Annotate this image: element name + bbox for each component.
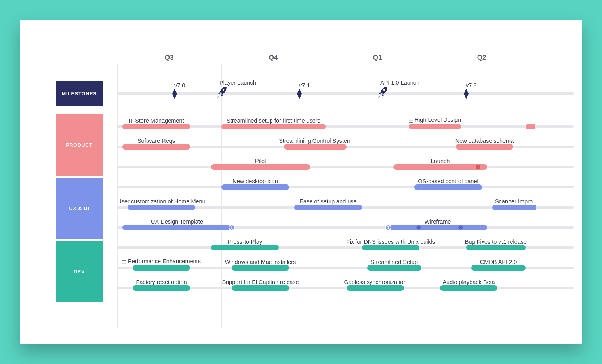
svg-point-0	[223, 89, 225, 91]
roadmap-bar[interactable]: Gapless synchronization	[347, 285, 404, 291]
roadmap-bar[interactable]: Streamlined setup for first-time users	[221, 124, 326, 129]
milestone-rocket-icon[interactable]: Player Launch	[216, 86, 227, 99]
roadmap-bar[interactable]: OS-based control panel	[414, 184, 482, 190]
roadmap-bar[interactable]: Streamlined Setup	[367, 265, 421, 271]
roadmap-bar[interactable]: Windows and Mac installers	[232, 265, 289, 271]
lane-label-dev: DEV	[56, 241, 103, 302]
milestone-diamond-icon[interactable]: v7.3	[463, 89, 470, 99]
roadmap-bar[interactable]: User customization of Home Menu	[128, 205, 195, 210]
timeline-rail: User customization of Home Menu Ease of …	[117, 206, 574, 209]
roadmap-bar[interactable]: Audio playback Beta	[440, 285, 497, 291]
bar-marker-diamond	[416, 225, 421, 230]
quarter-header: Q3	[165, 54, 174, 62]
timeline-rail: Pilot Launch	[117, 166, 574, 168]
milestone-label: v7.1	[299, 82, 310, 89]
quarter-header: Q1	[373, 54, 382, 62]
lane-label-uxui: UX & UI	[56, 178, 103, 239]
quarter-header: Q4	[269, 54, 278, 62]
roadmap-bar[interactable]: Streamlining Control System	[284, 144, 347, 150]
roadmap-bar[interactable]: UX Design Template 1	[122, 225, 232, 230]
timeline-rail: New desktop icon OS-based control panel	[117, 186, 574, 188]
timeline-rail: ☱Performance Enhancements Windows and Ma…	[117, 267, 574, 269]
bar-badge: 1	[385, 224, 391, 231]
lane-label-product: PRODUCT	[56, 114, 103, 176]
roadmap-bar[interactable]: CMDB API 2.0	[471, 265, 526, 271]
roadmap-bar[interactable]: Fix for DNS issues with Unix builds	[362, 245, 419, 250]
bar-marker-diamond	[458, 225, 463, 230]
tag-icon: ☱	[409, 118, 413, 124]
roadmap-bar[interactable]: Launch	[393, 164, 487, 170]
roadmap-bar[interactable]: IT Store Management	[122, 124, 190, 129]
roadmap-bar[interactable]: New database schema	[456, 144, 513, 150]
milestone-diamond-icon[interactable]: v7.0	[171, 89, 178, 99]
lane-label-milestones: MILESTONES	[56, 81, 103, 106]
roadmap-bar[interactable]	[526, 124, 535, 129]
quarter-header: Q2	[477, 54, 486, 62]
milestone-label: API 1.0 Launch	[380, 80, 419, 86]
milestone-label: v7.3	[466, 82, 476, 89]
roadmap-card: Q3 Q4 Q1 Q2 MILESTONES v7.0 Player Launc…	[20, 20, 582, 344]
milestone-diamond-icon[interactable]: v7.1	[296, 89, 303, 99]
milestone-rail: v7.0 Player Launch v7.1 API 1.0 Launch v…	[117, 92, 574, 95]
milestone-label: Player Launch	[219, 80, 256, 86]
timeline-rail: Factory reset option Support for El Capi…	[117, 287, 574, 289]
tag-icon: ☱	[122, 260, 126, 265]
roadmap-bar[interactable]: ☱Performance Enhancements	[133, 265, 190, 271]
bar-marker-square	[476, 165, 480, 169]
roadmap-bar[interactable]: ☱High Level Design	[409, 124, 461, 129]
svg-point-1	[383, 89, 385, 91]
roadmap-bar[interactable]: Factory reset option	[133, 285, 190, 291]
roadmap-chart: Q3 Q4 Q1 Q2 MILESTONES v7.0 Player Launc…	[56, 64, 574, 328]
roadmap-bar[interactable]: Ease of setup and use	[294, 205, 362, 210]
timeline-rail: Press-to-Play Fix for DNS issues with Un…	[117, 246, 574, 249]
timeline-rail: IT Store Management Streamlined setup fo…	[117, 125, 574, 128]
roadmap-bar[interactable]: Pilot	[211, 164, 310, 170]
timeline-rail: UX Design Template 1 Wireframe 1	[117, 226, 574, 229]
milestone-label: v7.0	[174, 82, 185, 89]
milestone-rocket-icon[interactable]: API 1.0 Launch	[377, 86, 388, 99]
roadmap-bar[interactable]: Wireframe 1	[388, 225, 487, 230]
roadmap-bar[interactable]: Press-to-Play	[211, 245, 279, 250]
timeline-rail: Software Reqs Streamlining Control Syste…	[117, 146, 574, 148]
roadmap-bar[interactable]: Bug Fixes to 7.1 release	[466, 245, 526, 250]
roadmap-bar[interactable]: New desktop icon	[221, 184, 289, 190]
roadmap-bar[interactable]: Software Reqs	[122, 144, 190, 150]
roadmap-bar[interactable]: Support for El Capitan release	[232, 285, 289, 291]
roadmap-bar[interactable]: Scanner Impro	[492, 205, 536, 210]
bar-badge: 1	[229, 224, 235, 231]
